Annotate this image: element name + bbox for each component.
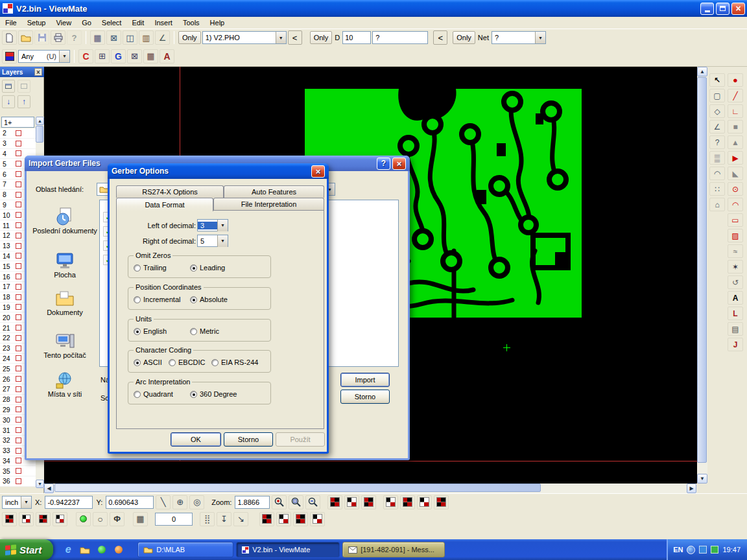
circle-aperture-button[interactable]: C	[78, 49, 93, 64]
film-pattern-button-5[interactable]	[400, 495, 415, 509]
diameter-button[interactable]: Φ	[110, 512, 124, 526]
drc-status-button[interactable]	[76, 512, 91, 526]
ok-button[interactable]: OK	[171, 432, 221, 447]
place-desktop[interactable]: Plocha	[32, 251, 98, 279]
scroll-up-button[interactable]: ▲	[697, 67, 707, 76]
pointer-tool-button[interactable]: ↖	[709, 73, 725, 87]
dot-grid-button[interactable]: ⣿	[200, 512, 215, 526]
gerber-dialog-titlebar[interactable]: Gerber Options ×	[108, 163, 329, 179]
place-documents[interactable]: Dokumenty	[32, 290, 98, 316]
menu-item[interactable]: Help	[205, 18, 230, 28]
zoom-field[interactable]	[235, 496, 270, 509]
panel-pattern-button-1[interactable]	[259, 512, 274, 526]
y-coordinate-field[interactable]	[106, 496, 154, 509]
grid-display-button[interactable]: ▦	[133, 512, 148, 526]
layer-visibility-checkbox[interactable]	[16, 161, 21, 167]
layer-visibility-checkbox[interactable]	[16, 171, 21, 177]
restore-button[interactable]	[716, 3, 729, 15]
vertical-scrollbar[interactable]: ▲ ▼	[697, 67, 707, 484]
polygon-tool-button[interactable]: ▲	[728, 135, 743, 149]
layer-visibility-checkbox[interactable]	[16, 130, 21, 136]
panel-pattern-button-2[interactable]	[276, 512, 291, 526]
dcode-input[interactable]	[342, 31, 371, 44]
quicklaunch-browser-button[interactable]	[112, 542, 126, 557]
radio-ascii[interactable]: ASCII	[134, 358, 162, 366]
apply-button[interactable]: Použít	[276, 432, 325, 447]
pad-grid2-button[interactable]: ⊠	[127, 49, 142, 64]
close-button[interactable]: ×	[731, 3, 745, 15]
layer-row[interactable]: 3	[0, 139, 36, 149]
dropdown-arrow-icon[interactable]: ▼	[217, 235, 228, 247]
horizontal-scrollbar[interactable]: ◀ ▶	[44, 484, 697, 493]
rotate-tool-button[interactable]: ↺	[728, 275, 743, 289]
layers-panel-header[interactable]: Layers ×	[0, 67, 44, 77]
layer-visibility-checkbox[interactable]	[16, 325, 21, 331]
radio-incremental[interactable]: Incremental	[134, 296, 180, 303]
layer-visibility-checkbox[interactable]	[16, 417, 21, 423]
layers-panel-close-button[interactable]: ×	[34, 68, 42, 76]
taskbar-window-viewmate[interactable]: V2.bin - ViewMate	[236, 542, 340, 557]
diagonal-measure-button[interactable]: ╲	[156, 495, 171, 509]
film-pattern-button-4[interactable]	[383, 495, 398, 509]
menu-item[interactable]: Edit	[126, 18, 149, 28]
radio-trailing[interactable]: Trailing	[134, 264, 167, 272]
layer-visibility-checkbox[interactable]	[16, 181, 21, 187]
layer-visibility-checkbox[interactable]	[16, 304, 21, 310]
scrollbar-thumb[interactable]	[36, 126, 43, 143]
new-file-button[interactable]	[2, 30, 17, 45]
language-bar-icon[interactable]	[687, 546, 695, 554]
pan-tool-button[interactable]: ◇	[709, 104, 725, 118]
aperture-table-button[interactable]: ▦	[90, 30, 105, 45]
layer-view-button[interactable]	[2, 80, 15, 93]
scroll-up-button[interactable]: ▲	[36, 117, 44, 125]
prev-net-button[interactable]: <	[433, 30, 447, 45]
taskbar-window-mlab[interactable]: D:\MLAB	[137, 542, 233, 557]
place-network[interactable]: Místa v síti	[32, 371, 98, 398]
scrollbar-thumb[interactable]	[54, 484, 541, 492]
layer-visibility-checkbox[interactable]	[16, 150, 21, 156]
menu-item[interactable]: Go	[77, 18, 97, 28]
layer-visibility-checkbox[interactable]	[16, 397, 21, 402]
radio-leading[interactable]: Leading	[190, 264, 225, 272]
arrow-tool-button[interactable]: ▶	[728, 151, 743, 165]
tab-file-interpretation[interactable]: File Interpretation	[213, 198, 324, 210]
layer-visibility-checkbox[interactable]	[16, 448, 21, 454]
right-decimal-combobox[interactable]: 5 ▼	[197, 235, 228, 247]
dialog-help-button[interactable]: ?	[377, 158, 390, 170]
dcode-highlight-button[interactable]: ⊠	[106, 30, 121, 45]
layer-visibility-checkbox[interactable]	[16, 233, 21, 239]
split-view-button[interactable]: ◫	[123, 30, 137, 45]
zoom-out-button[interactable]	[305, 495, 320, 509]
dropdown-arrow-icon[interactable]: ▼	[276, 32, 286, 43]
import-button[interactable]: Import	[340, 373, 390, 387]
tray-icon-2[interactable]	[711, 546, 718, 554]
left-decimal-combobox[interactable]: 3 ▼	[197, 219, 228, 231]
layer-visibility-checkbox[interactable]	[16, 478, 21, 484]
tab-auto-features[interactable]: Auto Features	[224, 185, 324, 198]
hatch-grid-button[interactable]: ▦	[143, 49, 158, 64]
layer-visibility-checkbox[interactable]	[16, 345, 21, 351]
layer-visibility-checkbox[interactable]	[16, 253, 21, 259]
layer-view-alt-button[interactable]	[18, 80, 30, 93]
prev-dcode-button[interactable]: <	[288, 30, 302, 45]
print-button[interactable]	[51, 30, 65, 45]
wedge-tool-button[interactable]: ◣	[728, 167, 743, 180]
circle-select-button[interactable]: ○	[93, 512, 108, 526]
radio-absolute[interactable]: Absolute	[190, 296, 228, 303]
dialog-close-button[interactable]: ×	[311, 165, 325, 178]
place-my-computer[interactable]: Tento počítač	[32, 332, 98, 359]
quicklaunch-folder-button[interactable]	[78, 542, 92, 557]
arc-segment-button[interactable]: ◠	[709, 167, 725, 180]
only-net-toggle[interactable]: Only	[453, 31, 475, 44]
quicklaunch-messenger-button[interactable]	[95, 542, 109, 557]
layer-visibility-checkbox[interactable]	[16, 355, 21, 361]
net-combobox[interactable]: ? ▼	[492, 31, 546, 44]
menu-item[interactable]: Setup	[22, 18, 51, 28]
snap-grid-button-4[interactable]	[53, 512, 67, 526]
layer-visibility-checkbox[interactable]	[16, 314, 21, 320]
selection-filter-combobox[interactable]: Any (U) ▼	[18, 50, 70, 63]
open-file-button[interactable]	[18, 30, 33, 45]
radio-metric[interactable]: Metric	[190, 327, 219, 335]
layer-visibility-checkbox[interactable]	[16, 202, 21, 207]
layer-visibility-checkbox[interactable]	[16, 468, 21, 474]
